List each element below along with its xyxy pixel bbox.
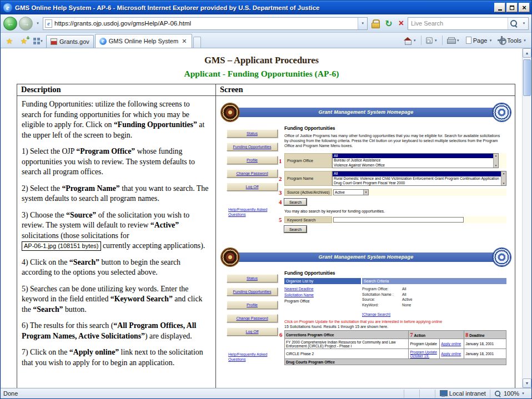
gms-profile-button[interactable]: Profile bbox=[227, 301, 278, 309]
minimize-button[interactable] bbox=[494, 3, 505, 12]
rss-feed-icon bbox=[426, 37, 433, 44]
security-lock-button[interactable] bbox=[369, 17, 381, 31]
solicitation-name-link[interactable]: Solicitation Name bbox=[284, 293, 362, 297]
quick-tabs-button[interactable]: ▼ bbox=[32, 35, 45, 47]
marker-6: 6 bbox=[279, 332, 283, 338]
vertical-scrollbar[interactable]: ▲ ▼ bbox=[522, 48, 531, 388]
scroll-up-button[interactable]: ▲ bbox=[523, 48, 531, 58]
address-url[interactable]: https://grants.ojp.usdoj.gov/gmsHelp/AP-… bbox=[54, 20, 355, 27]
gms-log-off-button[interactable]: Log Off bbox=[227, 183, 278, 191]
maximize-button[interactable] bbox=[506, 3, 518, 12]
listbox-option[interactable]: Violence Against Women Office bbox=[333, 163, 493, 168]
tab-grants-gov[interactable]: Grants.gov bbox=[46, 35, 94, 48]
description-paragraph: Funding Opportunities: utilize the follo… bbox=[22, 99, 210, 140]
ojp-seal-icon bbox=[493, 248, 511, 266]
print-button[interactable]: ▼ bbox=[444, 34, 463, 47]
gms-status-button[interactable]: Status bbox=[227, 129, 278, 138]
scrollbar-track[interactable] bbox=[523, 58, 531, 378]
listbox-option[interactable]: Drug Court Grant Program Fiscal Year 200… bbox=[333, 181, 501, 185]
table-row: FY 2000 Comprehensive Indian Resources f… bbox=[285, 339, 506, 349]
program-update-cell: Program Update bbox=[409, 339, 440, 349]
tab-bar: ▼ Grants.gov GMS Online Help System ... … bbox=[1, 33, 531, 48]
favorites-center-button[interactable] bbox=[3, 35, 16, 47]
program-name-listbox[interactable]: All Rural Domestic Violence and Child Vi… bbox=[332, 171, 506, 186]
history-dropdown[interactable]: ▼ bbox=[34, 22, 41, 25]
description-header: Description bbox=[17, 84, 215, 96]
gms-help-faq-link[interactable]: Help/Frequently Asked Questions bbox=[228, 207, 276, 217]
gms-help-faq-link[interactable]: Help/Frequently Asked Questions bbox=[228, 352, 276, 362]
tools-menu-button[interactable]: Tools▼ bbox=[495, 34, 529, 47]
tab-close-icon[interactable]: ✕ bbox=[181, 38, 188, 45]
solicitation-name: FY 2000 Comprehensive Indian Resources f… bbox=[285, 339, 409, 349]
description-paragraph: 4) Click on the “Search” button to begin… bbox=[22, 257, 210, 278]
listbox-option[interactable]: Bureau of Justice Assistance bbox=[333, 158, 493, 163]
add-favorite-button[interactable] bbox=[17, 35, 31, 47]
search-go-button[interactable] bbox=[508, 18, 520, 29]
zoom-control[interactable]: 100% ▼ bbox=[490, 390, 529, 398]
maximize-icon bbox=[510, 6, 514, 10]
gear-icon bbox=[498, 37, 505, 44]
description-column: Description Funding Opportunities: utili… bbox=[17, 84, 216, 388]
group-corrections: 6 Corrections Program Office bbox=[285, 331, 409, 339]
program-office-listbox[interactable]: All Bureau of Justice Assistance Violenc… bbox=[332, 153, 499, 168]
gms-keyword-search-button[interactable]: Search bbox=[284, 226, 307, 233]
listbox-option[interactable]: All bbox=[333, 154, 493, 158]
gms-funding-opportunities-button[interactable]: Funding Opportunities bbox=[227, 287, 278, 296]
apply-online-link[interactable]: Apply online bbox=[441, 352, 461, 356]
back-button[interactable]: ← bbox=[3, 17, 17, 31]
description-paragraph: 5) Searches can be done utilizing key wo… bbox=[22, 284, 210, 315]
nearest-deadline-link[interactable]: Nearest Deadline bbox=[284, 287, 362, 291]
address-dropdown[interactable]: ▼ bbox=[358, 18, 367, 29]
table-row: CIRCLE Phase 2 Program Update October 19… bbox=[285, 349, 506, 359]
gms-change-password-button[interactable]: Change Password bbox=[227, 169, 278, 178]
gms-change-password-button[interactable]: Change Password bbox=[227, 314, 278, 322]
source-dropdown[interactable]: Active▼ bbox=[333, 189, 369, 195]
navigation-bar: ← → ▼ https://grants.ojp.usdoj.gov/gmsHe… bbox=[1, 14, 531, 33]
gms-screenshot-results: Grant Management System Homepage Status … bbox=[221, 246, 511, 370]
scroll-down-button[interactable]: ▼ bbox=[523, 378, 531, 388]
apply-online-cell: Apply online bbox=[440, 349, 464, 359]
keyword-search-input[interactable] bbox=[333, 217, 464, 223]
grants-gov-favicon-icon bbox=[51, 38, 57, 45]
feeds-button[interactable]: ▼ bbox=[423, 34, 440, 47]
zoom-dropdown-icon[interactable]: ▼ bbox=[521, 392, 525, 395]
listbox-scrollbar[interactable]: ▲▼ bbox=[501, 171, 506, 185]
gms-intro-text: Office of Justice Programs has many othe… bbox=[284, 133, 506, 148]
forward-button[interactable]: → bbox=[19, 17, 33, 31]
change-search-link[interactable]: [Change Search] bbox=[362, 312, 390, 316]
gms-header: Grant Management System Homepage bbox=[221, 246, 511, 267]
program-update-link[interactable]: Program Update October 19, bbox=[410, 350, 436, 358]
listbox-scrollbar[interactable]: ▲▼ bbox=[493, 154, 498, 168]
new-tab-stub[interactable] bbox=[193, 37, 201, 48]
tab-gms-online-help[interactable]: GMS Online Help System ... ✕ bbox=[95, 34, 192, 48]
refresh-button[interactable] bbox=[383, 17, 394, 31]
organize-links: Nearest Deadline Solicitation Name Progr… bbox=[284, 285, 362, 318]
program-name-row: 2 Program Name All Rural Domestic Violen… bbox=[284, 171, 506, 186]
gms-search-button[interactable]: Search bbox=[284, 199, 307, 205]
solicitation-name: CIRCLE Phase 2 bbox=[285, 349, 409, 359]
program-office-item[interactable]: Program Office bbox=[284, 299, 362, 303]
apply-online-link[interactable]: Apply online bbox=[441, 342, 461, 346]
close-button[interactable]: × bbox=[519, 3, 530, 12]
gms-funding-opportunities-button[interactable]: Funding Opportunities bbox=[227, 143, 278, 151]
search-provider-dropdown[interactable]: ▼ bbox=[520, 18, 528, 29]
marker-3: 3 bbox=[279, 189, 282, 195]
keyword-search-button-row: Search bbox=[284, 226, 506, 233]
gms-profile-button[interactable]: Profile bbox=[227, 156, 278, 164]
listbox-option[interactable]: Rural Domestic Violence and Child Victim… bbox=[333, 176, 501, 181]
source-label: Source (Active/Archives) bbox=[284, 189, 332, 196]
address-bar[interactable]: https://grants.ojp.usdoj.gov/gmsHelp/AP-… bbox=[43, 17, 368, 30]
gms-main-panel: Funding Opportunities Office of Justice … bbox=[283, 123, 511, 240]
search-box[interactable]: Live Search ▼ bbox=[408, 17, 529, 30]
home-button[interactable]: ▼ bbox=[401, 34, 419, 47]
gms-log-off-button[interactable]: Log Off bbox=[227, 327, 278, 336]
results-summary: 15 Solicitations found. Results 1 throug… bbox=[284, 325, 506, 329]
gms-status-button[interactable]: Status bbox=[227, 274, 278, 282]
browser-window: GMS Online Help System - AP-6 - Microsof… bbox=[0, 0, 532, 399]
listbox-option[interactable]: All bbox=[333, 171, 501, 176]
gms-screenshot-search: Grant Management System Homepage Status … bbox=[221, 102, 511, 240]
page-menu-button[interactable]: Page▼ bbox=[463, 34, 495, 47]
search-input[interactable]: Live Search bbox=[408, 20, 508, 27]
stop-button[interactable] bbox=[397, 17, 406, 31]
scrollbar-thumb[interactable] bbox=[523, 59, 531, 96]
